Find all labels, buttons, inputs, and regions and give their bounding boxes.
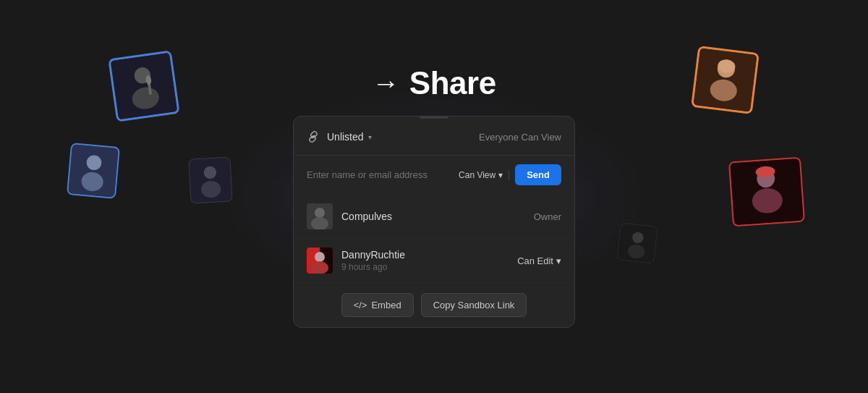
user-name-dannyruchtie: DannyRuchtie	[341, 249, 509, 261]
share-arrow-icon: →	[372, 68, 399, 99]
user-name-compulves: Compulves	[341, 211, 525, 222]
modal-footer: </> Embed Copy Sandbox Link	[294, 283, 574, 327]
floating-avatar-card-4	[616, 222, 658, 263]
page-title: Share	[409, 65, 496, 101]
floating-avatar-card-2	[67, 143, 120, 199]
copy-sandbox-link-button[interactable]: Copy Sandbox Link	[421, 293, 527, 317]
user-info-dannyruchtie: DannyRuchtie 9 hours ago	[341, 249, 509, 272]
visibility-label: Unlisted	[327, 131, 364, 143]
user-permission-dannyruchtie[interactable]: Can Edit ▾	[517, 255, 561, 266]
visibility-dropdown[interactable]: Unlisted ▾	[327, 131, 372, 143]
send-button[interactable]: Send	[515, 164, 561, 185]
floating-avatar-card-3	[188, 157, 232, 204]
user-avatar-compulves	[307, 203, 333, 229]
modal-notch	[420, 116, 448, 119]
permission-select[interactable]: Can View ▾	[456, 170, 509, 180]
user-row-dannyruchtie: DannyRuchtie 9 hours ago Can Edit ▾	[294, 239, 574, 283]
visibility-status: Everyone Can View	[479, 132, 561, 143]
invite-permission-arrow: ▾	[498, 170, 503, 180]
main-content: → Share Unlisted ▾ Everyone Can View Can…	[293, 65, 575, 328]
floating-avatar-card-5	[691, 46, 760, 114]
email-input[interactable]	[307, 169, 450, 180]
user-row-compulves: Compulves Owner	[294, 195, 574, 239]
invite-permission-label: Can View	[459, 170, 495, 180]
floating-avatar-card-1	[108, 50, 179, 122]
user-role-compulves: Owner	[534, 211, 561, 222]
share-modal: Unlisted ▾ Everyone Can View Can View ▾ …	[293, 116, 575, 328]
embed-button[interactable]: </> Embed	[341, 293, 414, 317]
visibility-row: Unlisted ▾ Everyone Can View	[294, 119, 574, 156]
invite-row: Can View ▾ Send	[294, 156, 574, 195]
visibility-dropdown-arrow: ▾	[368, 133, 372, 141]
visibility-left: Unlisted ▾	[307, 130, 372, 143]
floating-avatar-card-6	[728, 157, 805, 227]
embed-icon: </>	[354, 300, 367, 310]
link-icon	[307, 130, 320, 143]
user-permission-arrow: ▾	[556, 255, 561, 266]
copy-link-label: Copy Sandbox Link	[433, 300, 515, 310]
user-permission-label: Can Edit	[517, 255, 553, 266]
svg-point-27	[315, 252, 325, 262]
svg-point-23	[315, 208, 325, 218]
user-time-dannyruchtie: 9 hours ago	[341, 262, 509, 272]
svg-rect-0	[111, 53, 178, 120]
user-avatar-dannyruchtie	[307, 248, 333, 274]
embed-label: Embed	[371, 300, 401, 310]
share-title-container: → Share	[372, 65, 495, 101]
user-info-compulves: Compulves	[341, 211, 525, 222]
